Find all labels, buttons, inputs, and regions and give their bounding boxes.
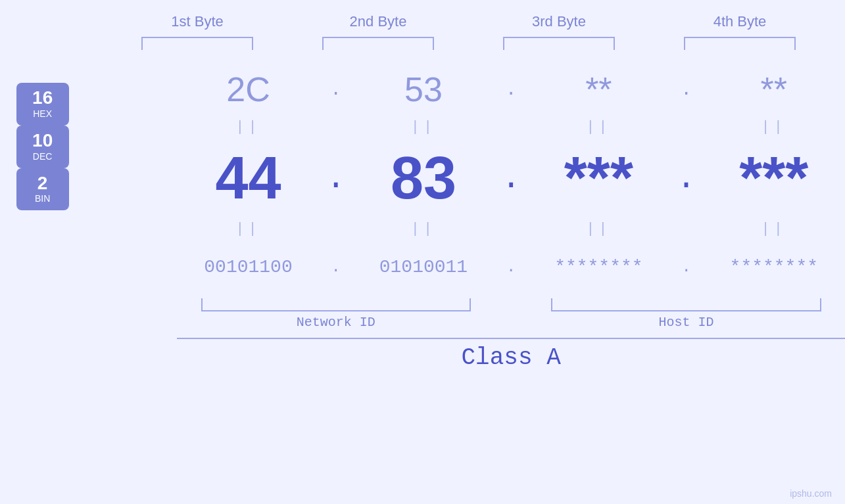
host-id-bracket-container	[527, 298, 845, 311]
dec-b1: 44	[215, 145, 281, 212]
bin-dot1: .	[320, 258, 352, 276]
dec-b4: ***	[739, 145, 808, 212]
host-id-bracket	[551, 298, 821, 311]
bin-badge-label: BIN	[35, 193, 50, 204]
hex-row: 2C . 53 . ** . **	[177, 63, 845, 116]
dec-badge: 10 DEC	[16, 126, 69, 168]
rows-wrapper: 2C . 53 . ** . ** || ||	[177, 63, 845, 371]
byte3-header: 3rd Byte	[469, 13, 650, 30]
hex-badge: 16 HEX	[16, 83, 69, 126]
dec-row: 44 . 83 . *** . ***	[177, 139, 845, 218]
bracket-seg4	[650, 37, 831, 50]
byte-headers: 1st Byte 2nd Byte 3rd Byte 4th Byte	[107, 13, 831, 30]
main-container: 1st Byte 2nd Byte 3rd Byte 4th Byte 16 H…	[0, 0, 845, 504]
byte2-header: 2nd Byte	[288, 13, 469, 30]
bin-badge: 2 BIN	[16, 168, 69, 211]
pipe2-b1: ||	[177, 221, 319, 237]
id-labels-row: Network ID Host ID	[177, 315, 845, 330]
dec-dot3: .	[670, 160, 703, 197]
hex-b4: **	[761, 70, 787, 109]
bin-b2: 01010011	[379, 257, 468, 277]
bracket-top-1	[141, 37, 253, 50]
pipe2-b2: ||	[352, 221, 495, 237]
pipe2-b4: ||	[703, 221, 845, 237]
hex-badge-label: HEX	[33, 108, 52, 119]
top-brackets	[107, 37, 831, 50]
pipe-row-1: || || || ||	[177, 116, 845, 139]
hex-badge-num: 16	[26, 88, 60, 108]
hex-dot3: .	[670, 80, 703, 100]
bracket-top-4	[684, 37, 796, 50]
hex-b2: 53	[404, 70, 443, 109]
hex-dot2: .	[495, 80, 527, 100]
network-id-label: Network ID	[177, 315, 495, 330]
dec-dot2: .	[495, 160, 527, 197]
dec-b3: ***	[564, 145, 633, 212]
bin-b3: ********	[554, 257, 642, 277]
bin-b1: 00101100	[204, 257, 292, 277]
dec-b2: 83	[391, 145, 456, 212]
hex-b3: **	[585, 70, 612, 109]
bin-badge-num: 2	[26, 173, 60, 194]
byte4-header: 4th Byte	[650, 13, 831, 30]
pipe-row-2: || || || ||	[177, 218, 845, 241]
bracket-seg3	[469, 37, 650, 50]
hex-dot1: .	[320, 80, 352, 100]
bracket-seg2	[288, 37, 469, 50]
network-id-bracket	[201, 298, 471, 311]
bracket-seg1	[107, 37, 288, 50]
labels-column: 16 HEX 10 DEC 2 BIN	[0, 63, 85, 263]
bottom-brackets-row	[177, 298, 845, 311]
dec-badge-num: 10	[26, 131, 60, 151]
bin-row: 00101100 . 01010011 . ******** . *******…	[177, 241, 845, 293]
bin-dot2: .	[495, 258, 527, 276]
hex-b1: 2C	[226, 70, 270, 109]
class-label: Class A	[177, 339, 845, 371]
host-id-label: Host ID	[527, 315, 845, 330]
pipe1-b4: ||	[703, 119, 845, 135]
pipe1-b3: ||	[527, 119, 669, 135]
bin-b4: ********	[730, 257, 818, 277]
bin-dot3: .	[670, 258, 703, 276]
pipe1-b2: ||	[352, 119, 495, 135]
bracket-top-2	[322, 37, 434, 50]
pipe1-b1: ||	[177, 119, 319, 135]
network-id-bracket-container	[177, 298, 495, 311]
pipe2-b3: ||	[527, 221, 669, 237]
watermark: ipshu.com	[790, 488, 832, 499]
bottom-section: Network ID Host ID Class A	[177, 298, 845, 371]
bracket-top-3	[503, 37, 615, 50]
byte1-header: 1st Byte	[107, 13, 288, 30]
dec-badge-label: DEC	[33, 151, 53, 162]
dec-dot1: .	[320, 160, 352, 197]
